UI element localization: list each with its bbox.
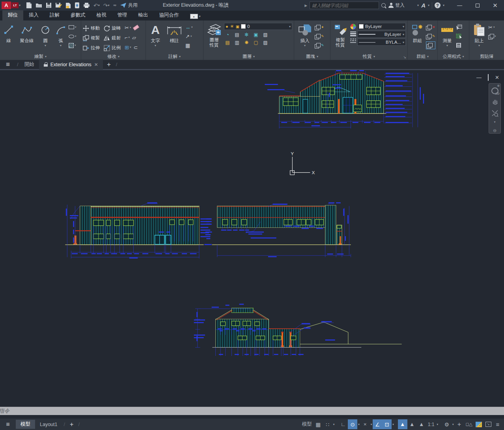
object-snap-tracking-toggle[interactable]: ∠: [373, 419, 382, 429]
insert-block-button[interactable]: 插入 ▾: [296, 22, 314, 47]
tab-insert[interactable]: 插入: [23, 10, 44, 20]
new-file-icon[interactable]: [26, 2, 32, 9]
open-from-mobile-icon[interactable]: [75, 2, 80, 9]
command-line[interactable]: 指令: [0, 407, 504, 415]
layout-menu-icon[interactable]: ≡: [0, 421, 16, 428]
rectangle-button[interactable]: ▾: [69, 23, 77, 31]
quick-select-button[interactable]: [456, 23, 462, 31]
navigation-wheel-icon[interactable]: 2D: [491, 87, 498, 94]
arc-button[interactable]: 弧 ▾: [54, 22, 68, 47]
tab-view[interactable]: 檢視: [91, 10, 112, 20]
zoom-extents-icon[interactable]: [491, 109, 499, 117]
layer-change-icon[interactable]: ▨: [262, 39, 269, 46]
ortho-toggle[interactable]: ∟: [338, 419, 348, 429]
match-properties-button[interactable]: 複製性質: [332, 22, 349, 48]
write-block-button[interactable]: ✎: [315, 32, 324, 40]
chevron-down-icon[interactable]: ▾: [370, 423, 373, 426]
chevron-down-icon[interactable]: ▾: [357, 423, 360, 426]
redo-button[interactable]: ↷▾: [103, 2, 110, 9]
panel-title-modify[interactable]: 修改▾: [81, 53, 146, 60]
search-expand-icon[interactable]: ▶: [304, 4, 307, 7]
search-button[interactable]: [381, 3, 386, 8]
polyline-button[interactable]: 聚合線: [17, 22, 37, 44]
grid-toggle[interactable]: ▦: [314, 419, 323, 429]
linear-dimension-button[interactable]: ↔▾: [185, 23, 193, 31]
tab-parametric[interactable]: 參數式: [65, 10, 91, 20]
isodraft-toggle[interactable]: ×: [360, 419, 370, 429]
print-icon[interactable]: [83, 2, 90, 8]
drawing-canvas[interactable]: Y X — ✕ ⊗ 2D ▾ ⊖: [0, 70, 504, 419]
dialog-launcher-icon[interactable]: ↘: [403, 55, 406, 59]
ungroup-button[interactable]: ✕: [426, 23, 435, 31]
ellipse-button[interactable]: ▾: [69, 32, 77, 40]
autodesk-app-store-icon[interactable]: A: [421, 2, 426, 9]
object-color-select[interactable]: ByLayer ▾: [357, 23, 406, 30]
close-tab-icon[interactable]: ✕: [94, 62, 98, 67]
erase-button[interactable]: [133, 24, 139, 32]
layer-unisolate-icon[interactable]: ▥: [233, 39, 241, 46]
layer-match-icon[interactable]: ▧: [262, 32, 269, 38]
line-button[interactable]: 線: [2, 22, 16, 44]
group-edit-button[interactable]: ✎: [426, 32, 435, 40]
copy-clip-button[interactable]: ▾: [488, 32, 496, 40]
workspace-gear-icon[interactable]: ⚙: [442, 419, 452, 429]
navbar-settings-icon[interactable]: ⊖: [493, 128, 497, 133]
new-layout-button[interactable]: +: [67, 421, 77, 428]
layer-unlock2-icon[interactable]: ▢: [252, 39, 259, 46]
panel-title-groups[interactable]: 群組▾: [408, 53, 437, 60]
model-space-button[interactable]: 模型: [301, 419, 314, 429]
lineweight-select[interactable]: ByLayer ▾: [357, 31, 406, 38]
linetype-icon[interactable]: [349, 37, 357, 44]
share-button[interactable]: 共用: [120, 2, 138, 9]
chevron-down-icon[interactable]: ▾: [392, 423, 395, 426]
chevron-down-icon[interactable]: ▾: [417, 4, 419, 7]
scale-button[interactable]: 比例: [104, 43, 122, 52]
maximize-button[interactable]: [469, 0, 486, 11]
search-input[interactable]: [310, 2, 379, 9]
layer-isolate-icon[interactable]: ▤: [233, 32, 241, 38]
vp-close-button[interactable]: ✕: [495, 74, 499, 80]
trim-button[interactable]: ✂▾: [125, 24, 131, 32]
select-all-button[interactable]: [456, 32, 462, 40]
tab-layout1[interactable]: Layout1: [35, 420, 62, 429]
qat-customize-button[interactable]: ≂: [113, 3, 117, 8]
annotation-scale-button[interactable]: 1:1: [426, 419, 436, 429]
stretch-button[interactable]: 拉伸: [83, 43, 101, 52]
clean-screen-button[interactable]: ↘: [483, 419, 493, 429]
tab-collaborate[interactable]: 協同合作: [154, 10, 185, 20]
open-folder-icon[interactable]: [35, 2, 42, 8]
help-icon[interactable]: ?: [435, 2, 441, 8]
object-snap-toggle[interactable]: ⊡: [382, 419, 392, 429]
tab-model[interactable]: 模型: [16, 420, 35, 429]
minimize-button[interactable]: —: [451, 0, 469, 11]
group-selection-toggle[interactable]: [426, 41, 435, 49]
navbar-more-icon[interactable]: ▾: [494, 120, 495, 124]
customization-button[interactable]: ≡: [493, 419, 502, 429]
navbar-close-icon[interactable]: ⊗: [497, 84, 500, 87]
offset-button[interactable]: ⊂: [133, 43, 138, 51]
layer-off-icon[interactable]: ◔: [224, 32, 231, 38]
layer-select[interactable]: ● ☀ ▣ 0 ▾: [224, 23, 292, 30]
rotate-button[interactable]: 旋轉: [104, 24, 122, 33]
autoscale-toggle[interactable]: ▲: [407, 419, 417, 429]
panel-title-layers[interactable]: 圖層▾: [203, 53, 294, 60]
block-editor-button[interactable]: ✎: [315, 41, 324, 49]
file-tab-menu-icon[interactable]: ≡: [0, 61, 16, 69]
layer-thaw-all-icon[interactable]: ✺: [243, 39, 250, 46]
app-menu-button[interactable]: A LT ▾: [2, 2, 21, 9]
new-drawing-button[interactable]: +: [103, 61, 115, 69]
create-block-button[interactable]: ✦: [315, 23, 324, 31]
tab-home[interactable]: 歸位: [2, 10, 23, 20]
annotation-scale-flag[interactable]: ▲: [417, 419, 426, 429]
fillet-button[interactable]: ⌐▾: [125, 34, 130, 41]
chevron-down-icon[interactable]: ▾: [332, 423, 336, 426]
tab-active-document[interactable]: Exterior Elevations ✕: [39, 60, 103, 70]
linetype-select[interactable]: BYLA... ▾: [357, 39, 406, 46]
isolate-objects-button[interactable]: ◻△: [464, 419, 474, 429]
color-wheel-icon[interactable]: [349, 23, 357, 30]
quick-calc-button[interactable]: [456, 41, 462, 49]
chevron-down-icon[interactable]: ▾: [436, 423, 439, 426]
cut-button[interactable]: ✂▾: [488, 23, 496, 31]
explode-button[interactable]: ▱: [132, 34, 136, 41]
paste-button[interactable]: 貼上 ▾: [471, 22, 487, 47]
